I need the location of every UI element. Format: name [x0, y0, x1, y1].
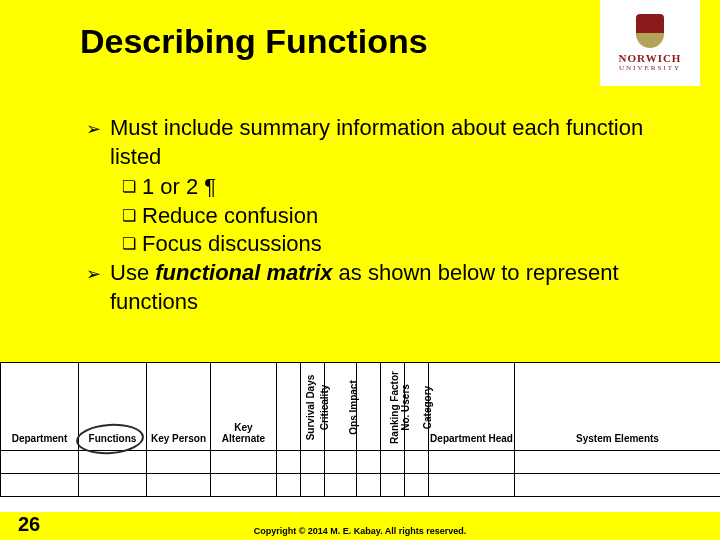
matrix-cell [79, 474, 147, 497]
matrix-cell [429, 474, 515, 497]
square-bullet-icon: ❏ [122, 230, 142, 255]
bullet-item: ➢Use functional matrix as shown below to… [86, 259, 660, 316]
matrix-cell [1, 451, 79, 474]
sub-bullet-text: 1 or 2 ¶ [142, 173, 216, 202]
sub-bullet-item: ❏Focus discussions [122, 230, 660, 259]
matrix-cell [357, 451, 381, 474]
matrix-cell [147, 451, 211, 474]
table-row [1, 451, 721, 474]
matrix-header: Department Head [429, 363, 515, 451]
matrix-cell [405, 451, 429, 474]
matrix-cell [211, 451, 277, 474]
matrix-cell [515, 451, 721, 474]
matrix-cell [357, 474, 381, 497]
matrix-header: Key Alternate [211, 363, 277, 451]
matrix-cell [429, 451, 515, 474]
matrix-cell [325, 474, 357, 497]
sub-bullet-item: ❏Reduce confusion [122, 202, 660, 231]
logo-name: NORWICH [619, 52, 682, 64]
triangle-bullet-icon: ➢ [86, 259, 110, 286]
square-bullet-icon: ❏ [122, 173, 142, 198]
matrix-cell [515, 474, 721, 497]
logo-subtitle: UNIVERSITY [619, 64, 681, 72]
bullet-item: ➢Must include summary information about … [86, 114, 660, 171]
functional-matrix: DepartmentFunctionsKey PersonKey Alterna… [0, 362, 720, 512]
sub-bullet-text: Focus discussions [142, 230, 322, 259]
matrix-cell [277, 451, 301, 474]
square-bullet-icon: ❏ [122, 202, 142, 227]
matrix-cell [277, 474, 301, 497]
matrix-header: Department [1, 363, 79, 451]
matrix-cell [79, 451, 147, 474]
matrix-header: Key Person [147, 363, 211, 451]
matrix-cell [211, 474, 277, 497]
matrix-cell [301, 451, 325, 474]
bullet-content: ➢Must include summary information about … [86, 114, 660, 318]
bullet-text: Use functional matrix as shown below to … [110, 259, 660, 316]
matrix-header: System Elements [515, 363, 721, 451]
matrix-cell [325, 451, 357, 474]
matrix-cell [381, 474, 405, 497]
copyright-footer: Copyright © 2014 M. E. Kabay. All rights… [0, 526, 720, 536]
shield-icon [636, 14, 664, 48]
matrix-header: Functions [79, 363, 147, 451]
table-row [1, 474, 721, 497]
slide-title: Describing Functions [80, 22, 428, 61]
bullet-text: Must include summary information about e… [110, 114, 660, 171]
sub-bullet-item: ❏1 or 2 ¶ [122, 173, 660, 202]
sub-bullet-text: Reduce confusion [142, 202, 318, 231]
matrix-cell [1, 474, 79, 497]
matrix-cell [381, 451, 405, 474]
triangle-bullet-icon: ➢ [86, 114, 110, 141]
matrix-cell [147, 474, 211, 497]
matrix-cell [405, 474, 429, 497]
matrix-header: Ranking Factor [357, 363, 381, 451]
matrix-header: Survival Days [277, 363, 301, 451]
matrix-cell [301, 474, 325, 497]
university-logo: NORWICH UNIVERSITY [600, 0, 700, 86]
